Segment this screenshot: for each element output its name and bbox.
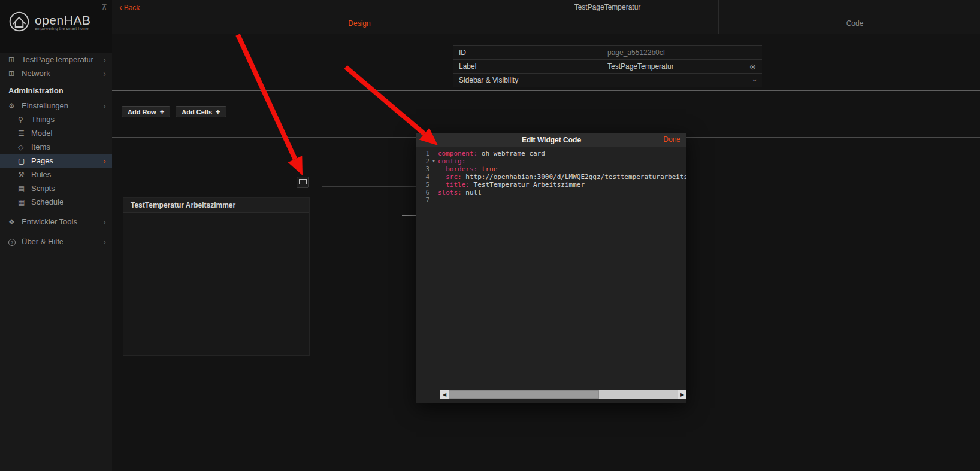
config-value: page_a55122b0cf	[607, 48, 665, 57]
scroll-right-arrow[interactable]: ▶	[678, 390, 686, 399]
config-value[interactable]: TestPageTemperatur	[607, 62, 674, 71]
config-row-label[interactable]: LabelTestPageTemperatur⊗	[453, 60, 762, 74]
add-row-label: Add Row	[128, 108, 156, 116]
add-row-button[interactable]: Add Row +	[122, 106, 170, 117]
modal-header: Edit Widget Code Done	[416, 133, 686, 147]
topbar-divider	[718, 0, 719, 34]
code-line: 1component: oh-webframe-card	[416, 150, 686, 157]
sidebar-item-label: Über & Hilfe	[22, 237, 63, 246]
webframe-card-title: TestTemperatur Arbeitszimmer	[123, 198, 309, 213]
topbar: ‹Back TestPageTemperatur Design Code	[112, 0, 980, 34]
sidebar-item-entwickler-tools[interactable]: ❖Entwickler Tools›	[0, 215, 112, 229]
chevron-right-icon: ›	[103, 69, 106, 78]
code-line: 2▾config:	[416, 157, 686, 165]
line-number: 7	[416, 196, 429, 204]
fold-gutter	[429, 150, 438, 157]
code-text: config:	[438, 157, 465, 165]
code-line: 3 borders: true	[416, 165, 686, 173]
sidebar-item-scripts[interactable]: ▤Scripts	[0, 181, 112, 195]
logo-title: openHAB	[35, 13, 90, 28]
webframe-widget-button[interactable]	[297, 177, 309, 188]
code-line: 4 src: http://openhabian:3000/d/LMWQE2gg…	[416, 173, 686, 181]
sidebar-item-network[interactable]: ⊞Network›	[0, 66, 112, 80]
sidebar-item-items[interactable]: ◇Items	[0, 140, 112, 154]
code-line: 6slots: null	[416, 189, 686, 196]
chevron-down-icon[interactable]: ›	[750, 79, 759, 81]
sidebar-item-label: Rules	[31, 170, 51, 179]
config-row-id[interactable]: IDpage_a55122b0cf	[453, 46, 762, 60]
code-editor[interactable]: 1component: oh-webframe-card2▾config:3 b…	[416, 147, 686, 390]
openhab-logo-icon	[8, 11, 30, 32]
fold-gutter	[429, 165, 438, 173]
sidebar-item-label: Schedule	[31, 197, 63, 206]
help-icon: ?	[8, 238, 22, 246]
line-number: 2	[416, 157, 429, 165]
scrollbar-thumb[interactable]	[449, 390, 599, 399]
openhab-admin-window: ‹Back TestPageTemperatur Design Code ⊼ o…	[0, 0, 980, 471]
fold-arrow-icon[interactable]: ▾	[429, 157, 438, 165]
layout-toolbar: Add Row + Add Cells +	[122, 106, 226, 117]
chevron-left-icon: ‹	[119, 2, 122, 12]
add-cells-button[interactable]: Add Cells +	[176, 106, 226, 117]
modal-title: Edit Widget Code	[522, 136, 581, 144]
sidebar-item-things[interactable]: ⚲Things	[0, 113, 112, 126]
code-text: component: oh-webframe-card	[438, 150, 545, 157]
tab-code[interactable]: Code	[846, 19, 864, 28]
pages-icon: ▢	[18, 157, 31, 165]
grid-icon: ⊞	[8, 69, 22, 78]
canvas-divider-top	[112, 90, 980, 91]
sidebar-item-model[interactable]: ☰Model	[0, 126, 112, 140]
config-label: ID	[453, 48, 466, 57]
fold-gutter	[429, 173, 438, 181]
code-text: title: TestTemperatur Arbeitszimmer	[438, 181, 585, 189]
line-number: 4	[416, 173, 429, 181]
config-label: Label	[453, 62, 476, 71]
monitor-icon	[299, 179, 307, 186]
fold-gutter	[429, 181, 438, 189]
config-row-sidebar-visibility[interactable]: Sidebar & Visibility›	[453, 74, 762, 87]
webframe-card[interactable]: TestTemperatur Arbeitszimmer	[123, 197, 310, 356]
sidebar-item-pages[interactable]: ▢Pages›	[0, 154, 112, 168]
code-text: slots: null	[438, 189, 482, 196]
chevron-right-icon: ›	[103, 237, 106, 247]
fold-gutter	[429, 196, 438, 204]
sidebar-item-label: Pages	[31, 156, 53, 165]
code-line: 7	[416, 196, 686, 204]
sidebar-item-label: Scripts	[31, 184, 55, 193]
line-number: 1	[416, 150, 429, 157]
pin-icon[interactable]: ⊼	[101, 3, 107, 12]
sidebar-item-einstellungen[interactable]: ⚙Einstellungen›	[0, 99, 112, 113]
devtools-icon: ❖	[8, 218, 22, 226]
sidebar-item-schedule[interactable]: ▦Schedule	[0, 195, 112, 209]
sidebar-item-label: Model	[31, 129, 52, 138]
scripts-icon: ▤	[18, 184, 31, 193]
line-number: 5	[416, 181, 429, 189]
sidebar-item-label: TestPageTemperatur	[22, 55, 93, 64]
sidebar-item-testpagetemperatur[interactable]: ⊞TestPageTemperatur›	[0, 53, 112, 66]
clear-icon[interactable]: ⊗	[749, 62, 756, 71]
sidebar-item-label: Network	[22, 69, 50, 78]
model-icon: ☰	[18, 129, 31, 138]
sidebar-item-rules[interactable]: ⚒Rules	[0, 168, 112, 181]
chevron-right-icon: ›	[103, 156, 106, 166]
chevron-right-icon: ›	[103, 101, 106, 111]
gear-icon: ⚙	[8, 102, 22, 110]
logo-tagline: empowering the smart home	[35, 26, 90, 31]
sidebar-item-label: Entwickler Tools	[22, 217, 77, 226]
code-line: 5 title: TestTemperatur Arbeitszimmer	[416, 181, 686, 189]
schedule-icon: ▦	[18, 198, 31, 206]
edit-widget-code-modal: Edit Widget Code Done 1component: oh-web…	[416, 133, 686, 403]
fold-gutter	[429, 189, 438, 196]
grid-icon: ⊞	[8, 56, 22, 64]
horizontal-scrollbar[interactable]: ◀ ▶	[440, 390, 686, 399]
back-button[interactable]: ‹Back	[119, 2, 140, 12]
bulb-icon: ⚲	[18, 116, 31, 124]
config-label: Sidebar & Visibility	[453, 76, 518, 84]
tab-design[interactable]: Design	[348, 19, 370, 28]
back-label: Back	[124, 4, 140, 12]
sidebar-item-ber-hilfe[interactable]: ?Über & Hilfe›	[0, 235, 112, 248]
sidebar-menu: ⊞TestPageTemperatur›⊞Network›Administrat…	[0, 53, 112, 248]
scroll-left-arrow[interactable]: ◀	[440, 390, 449, 399]
chevron-right-icon: ›	[103, 217, 106, 227]
done-button[interactable]: Done	[663, 135, 680, 144]
